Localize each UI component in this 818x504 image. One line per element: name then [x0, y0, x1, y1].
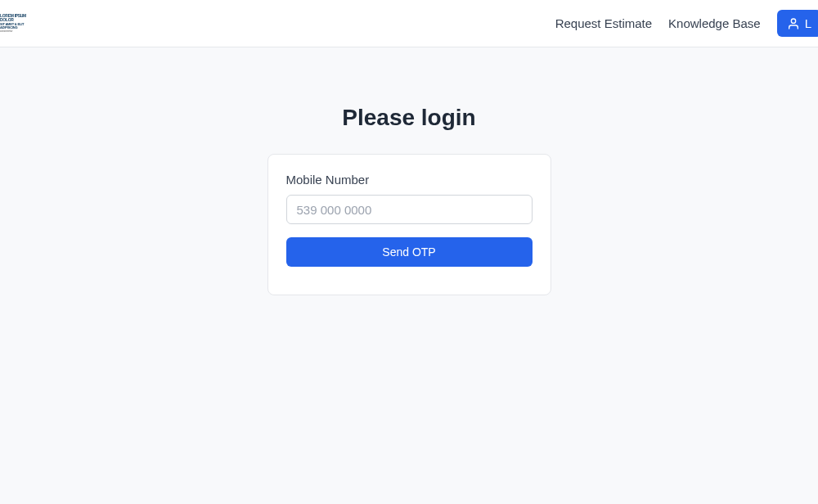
- login-card: Mobile Number Send OTP: [267, 154, 551, 295]
- logo-area: LOREM IPSUM DOLOR SIT AMET & ELIT ADIPIS…: [0, 14, 39, 34]
- login-button-label: L: [805, 16, 811, 30]
- nav-right: Request Estimate Knowledge Base L: [555, 10, 818, 37]
- main: Please login Mobile Number Send OTP: [0, 47, 818, 295]
- nav-link-knowledge-base[interactable]: Knowledge Base: [668, 16, 761, 30]
- header: LOREM IPSUM DOLOR SIT AMET & ELIT ADIPIS…: [0, 0, 818, 47]
- send-otp-button[interactable]: Send OTP: [286, 237, 533, 267]
- mobile-number-label: Mobile Number: [286, 173, 533, 187]
- nav-link-request-estimate[interactable]: Request Estimate: [555, 16, 652, 30]
- svg-point-0: [791, 19, 795, 23]
- login-button[interactable]: L: [777, 10, 818, 37]
- logo[interactable]: LOREM IPSUM DOLOR SIT AMET & ELIT ADIPIS…: [0, 14, 39, 34]
- page-title: Please login: [342, 105, 475, 131]
- user-icon: [787, 17, 800, 30]
- mobile-number-input[interactable]: [286, 195, 533, 224]
